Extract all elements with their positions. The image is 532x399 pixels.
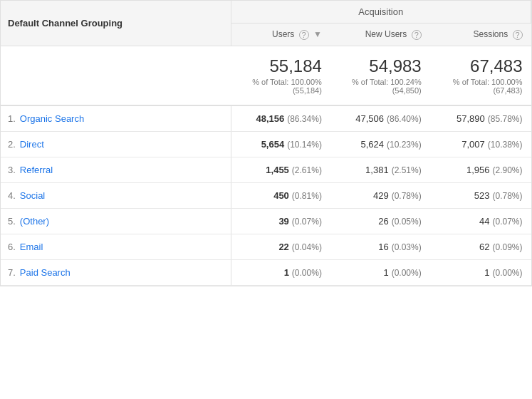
- new-users-cell: 5,624(10.23%): [330, 131, 430, 157]
- sessions-cell: 44(0.07%): [430, 208, 531, 234]
- row-number: 5.: [8, 216, 16, 227]
- table-row: 4.Social450(0.81%)429(0.78%)523(0.78%): [1, 182, 531, 208]
- channel-link[interactable]: Paid Search: [20, 267, 71, 278]
- channel-cell: 3.Referral: [1, 157, 231, 182]
- users-cell: 22(0.04%): [231, 234, 330, 259]
- new-users-cell: 47,506(86.40%): [330, 105, 430, 132]
- totals-row: 55,184 % of Total: 100.00% (55,184) 54,9…: [1, 46, 531, 105]
- table-row: 7.Paid Search1(0.00%)1(0.00%)1(0.00%): [1, 259, 531, 285]
- new-users-cell: 16(0.03%): [330, 234, 430, 259]
- sessions-pct: (2.90%): [492, 165, 522, 175]
- new-users-help-icon[interactable]: ?: [412, 30, 422, 40]
- channel-link[interactable]: Direct: [20, 139, 44, 150]
- channel-link[interactable]: Social: [20, 190, 45, 201]
- totals-users-value: 55,184: [239, 56, 322, 76]
- row-number: 1.: [8, 113, 16, 124]
- sessions-cell: 7,007(10.38%): [430, 131, 531, 157]
- sessions-cell: 62(0.09%): [430, 234, 531, 259]
- users-cell: 1(0.00%): [231, 259, 330, 285]
- channel-grouping-header: Default Channel Grouping: [1, 1, 231, 46]
- users-sort-icon[interactable]: ▼: [313, 29, 322, 39]
- new-users-pct: (0.00%): [392, 268, 422, 278]
- channel-cell: 6.Email: [1, 234, 231, 259]
- acquisition-header: Acquisition: [231, 1, 531, 24]
- sessions-pct: (85.78%): [488, 114, 523, 124]
- sessions-column-header[interactable]: Sessions ?: [430, 24, 531, 46]
- sessions-cell: 1(0.00%): [430, 259, 531, 285]
- totals-new-users-cell: 54,983 % of Total: 100.24% (54,850): [330, 46, 430, 105]
- new-users-value: 5,624: [360, 139, 384, 150]
- sessions-value: 44: [479, 216, 489, 227]
- table-row: 2.Direct5,654(10.14%)5,624(10.23%)7,007(…: [1, 131, 531, 157]
- totals-sessions-cell: 67,483 % of Total: 100.00% (67,483): [430, 46, 531, 105]
- sessions-pct: (0.00%): [492, 268, 522, 278]
- analytics-table: Default Channel Grouping Acquisition Use…: [0, 0, 532, 286]
- row-number: 2.: [8, 139, 16, 150]
- sessions-pct: (0.09%): [492, 242, 522, 252]
- users-pct: (0.81%): [292, 191, 322, 201]
- totals-new-users-value: 54,983: [339, 56, 422, 76]
- sessions-value: 57,890: [457, 113, 485, 124]
- new-users-value: 47,506: [355, 113, 384, 124]
- channel-link[interactable]: Email: [20, 242, 43, 252]
- channel-cell: 4.Social: [1, 182, 231, 208]
- users-column-header[interactable]: Users ? ▼: [231, 24, 330, 46]
- sessions-value: 1: [484, 267, 489, 278]
- row-number: 7.: [8, 267, 16, 278]
- users-value: 1: [284, 267, 289, 278]
- table-row: 3.Referral1,455(2.61%)1,381(2.51%)1,956(…: [1, 157, 531, 182]
- row-number: 4.: [8, 190, 16, 201]
- sessions-value: 7,007: [461, 139, 485, 150]
- users-cell: 450(0.81%): [231, 182, 330, 208]
- sessions-pct: (10.38%): [488, 140, 523, 150]
- new-users-pct: (2.51%): [392, 165, 422, 175]
- totals-users-cell: 55,184 % of Total: 100.00% (55,184): [231, 46, 330, 105]
- new-users-cell: 1(0.00%): [330, 259, 430, 285]
- new-users-pct: (10.23%): [387, 140, 422, 150]
- totals-users-sub: % of Total: 100.00% (55,184): [239, 78, 322, 95]
- new-users-pct: (0.78%): [392, 191, 422, 201]
- new-users-value: 26: [378, 216, 388, 227]
- table-row: 1.Organic Search48,156(86.34%)47,506(86.…: [1, 105, 531, 132]
- users-pct: (0.07%): [292, 217, 322, 227]
- sessions-cell: 523(0.78%): [430, 182, 531, 208]
- users-value: 22: [278, 242, 288, 252]
- users-cell: 1,455(2.61%): [231, 157, 330, 182]
- totals-sessions-value: 67,483: [439, 56, 523, 76]
- users-value: 5,654: [261, 139, 285, 150]
- users-value: 1,455: [266, 165, 289, 175]
- new-users-cell: 26(0.05%): [330, 208, 430, 234]
- new-users-column-header[interactable]: New Users ?: [330, 24, 430, 46]
- new-users-cell: 429(0.78%): [330, 182, 430, 208]
- sessions-cell: 1,956(2.90%): [430, 157, 531, 182]
- row-number: 3.: [8, 165, 16, 175]
- users-pct: (10.14%): [287, 140, 322, 150]
- row-number: 6.: [8, 242, 16, 252]
- new-users-pct: (86.40%): [387, 114, 422, 124]
- users-pct: (0.00%): [292, 268, 322, 278]
- sessions-cell: 57,890(85.78%): [430, 105, 531, 132]
- sessions-pct: (0.07%): [492, 217, 522, 227]
- table-row: 5.(Other)39(0.07%)26(0.05%)44(0.07%): [1, 208, 531, 234]
- users-value: 450: [273, 190, 289, 201]
- users-cell: 39(0.07%): [231, 208, 330, 234]
- channel-link[interactable]: Referral: [20, 165, 53, 175]
- channel-link[interactable]: Organic Search: [20, 113, 84, 124]
- table-row: 6.Email22(0.04%)16(0.03%)62(0.09%): [1, 234, 531, 259]
- sessions-pct: (0.78%): [492, 191, 522, 201]
- totals-new-users-sub: % of Total: 100.24% (54,850): [339, 78, 422, 95]
- users-help-icon[interactable]: ?: [299, 30, 309, 40]
- sessions-value: 62: [479, 242, 489, 252]
- sessions-value: 523: [474, 190, 490, 201]
- users-cell: 48,156(86.34%): [231, 105, 330, 132]
- new-users-pct: (0.05%): [392, 217, 422, 227]
- new-users-pct: (0.03%): [392, 242, 422, 252]
- channel-link[interactable]: (Other): [20, 216, 49, 227]
- sessions-help-icon[interactable]: ?: [513, 30, 523, 40]
- new-users-value: 1: [383, 267, 388, 278]
- channel-cell: 2.Direct: [1, 131, 231, 157]
- new-users-cell: 1,381(2.51%): [330, 157, 430, 182]
- totals-label-cell: [1, 46, 231, 105]
- channel-cell: 5.(Other): [1, 208, 231, 234]
- users-cell: 5,654(10.14%): [231, 131, 330, 157]
